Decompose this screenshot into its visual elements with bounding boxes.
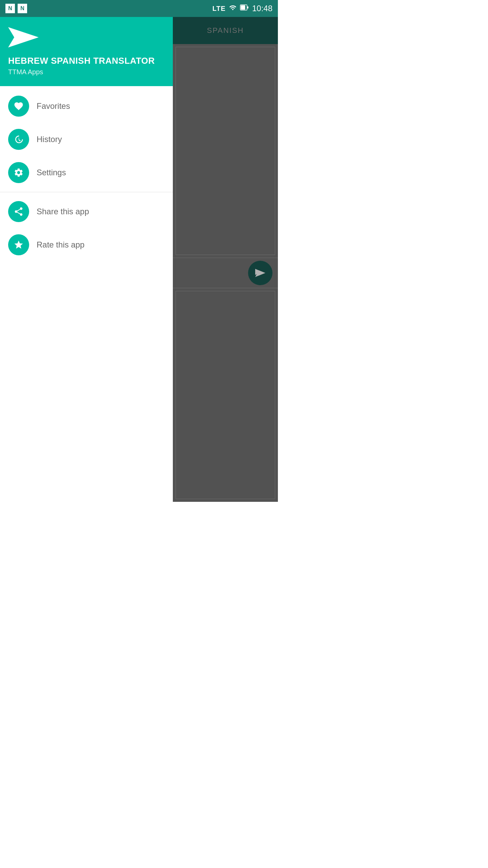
gear-icon xyxy=(14,167,24,178)
status-bar-left: N N xyxy=(5,4,27,13)
signal-icon xyxy=(229,4,237,13)
main-container: HEBREW SPANISH TRANSLATOR TTMA Apps Favo… xyxy=(0,17,278,502)
svg-rect-2 xyxy=(247,6,248,8)
history-label: History xyxy=(37,135,62,144)
rate-icon-circle xyxy=(8,234,29,255)
sidebar-item-favorites[interactable]: Favorites xyxy=(0,90,173,123)
clock-icon xyxy=(14,134,24,144)
settings-label: Settings xyxy=(37,168,66,177)
share-icon xyxy=(14,206,24,217)
sidebar-item-share[interactable]: Share this app xyxy=(0,195,173,228)
star-icon xyxy=(14,240,24,250)
app-logo xyxy=(8,27,165,49)
sidebar-item-settings[interactable]: Settings xyxy=(0,156,173,189)
status-bar: N N LTE 10:48 xyxy=(0,0,278,17)
sidebar-item-rate[interactable]: Rate this app xyxy=(0,228,173,261)
drawer: HEBREW SPANISH TRANSLATOR TTMA Apps Favo… xyxy=(0,17,173,502)
share-icon-circle xyxy=(8,201,29,222)
n-icon-1: N xyxy=(5,4,15,13)
n-icon-2: N xyxy=(18,4,27,13)
heart-icon xyxy=(14,101,24,111)
rate-label: Rate this app xyxy=(37,240,84,250)
lte-icon: LTE xyxy=(212,5,226,13)
app-subtitle: TTMA Apps xyxy=(8,68,165,76)
nav-items: Favorites History Settings xyxy=(0,86,173,502)
favorites-label: Favorites xyxy=(37,101,70,111)
logo-arrow-icon xyxy=(8,27,39,47)
share-label: Share this app xyxy=(37,207,89,216)
history-icon-circle xyxy=(8,129,29,150)
sidebar-item-history[interactable]: History xyxy=(0,123,173,156)
drawer-header: HEBREW SPANISH TRANSLATOR TTMA Apps xyxy=(0,17,173,86)
status-bar-right: LTE 10:48 xyxy=(212,4,272,13)
battery-icon xyxy=(240,4,249,13)
nav-divider xyxy=(0,192,173,192)
svg-rect-1 xyxy=(241,5,245,10)
drawer-overlay[interactable] xyxy=(173,17,278,502)
settings-icon-circle xyxy=(8,162,29,183)
favorites-icon-circle xyxy=(8,96,29,117)
app-title: HEBREW SPANISH TRANSLATOR xyxy=(8,56,165,66)
time-display: 10:48 xyxy=(252,4,272,13)
